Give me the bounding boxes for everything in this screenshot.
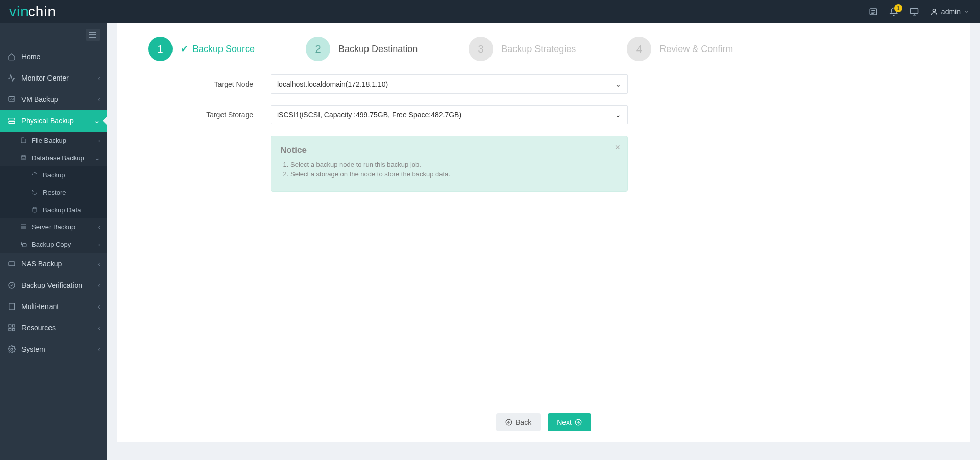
step-number: 2 (306, 37, 330, 61)
nav-label: Backup Verification (21, 281, 82, 289)
chevron-down-icon: ⌄ (94, 117, 100, 125)
nav-label: Home (21, 53, 40, 61)
select-value: iSCSI1(iSCSI, Capacity :499.75GB, Free S… (277, 111, 461, 119)
nav-label: File Backup (32, 137, 66, 144)
nav-database-subgroup: Backup Restore Backup Data (0, 166, 107, 218)
nav-label: System (21, 345, 45, 353)
svg-point-13 (33, 207, 37, 209)
nav-nas-backup[interactable]: NAS Backup ‹ (0, 253, 107, 274)
svg-rect-4 (910, 8, 918, 14)
chevron-left-icon: ‹ (97, 345, 100, 353)
notice-title: Notice (280, 145, 618, 156)
chevron-down-icon (964, 9, 970, 15)
sidebar-toggle[interactable] (86, 29, 100, 41)
nav-home[interactable]: Home (0, 46, 107, 67)
step-backup-source[interactable]: 1 ✔ Backup Source (148, 37, 255, 61)
chevron-left-icon: ‹ (98, 223, 100, 231)
server-icon (19, 224, 28, 230)
nav-db-backup[interactable]: Backup (0, 166, 107, 184)
monitor-center-icon (7, 74, 16, 82)
nav-server-backup[interactable]: Server Backup ‹ (0, 218, 107, 236)
logo[interactable]: vin chin (9, 4, 56, 20)
select-target-node[interactable]: localhost.localdomain(172.18.1.10) ⌄ (271, 74, 628, 94)
nav-system[interactable]: System ‹ (0, 339, 107, 360)
notice-item: Select a backup node to run this backup … (290, 161, 618, 168)
nav-monitor-center[interactable]: Monitor Center ‹ (0, 67, 107, 89)
gear-icon (7, 345, 16, 353)
check-icon (7, 281, 16, 289)
close-icon[interactable]: × (615, 142, 620, 153)
nav-file-backup[interactable]: File Backup ‹ (0, 132, 107, 149)
nav-label: NAS Backup (21, 260, 62, 268)
svg-rect-14 (21, 225, 26, 226)
back-button[interactable]: Back (496, 413, 541, 431)
nav-label: Database Backup (32, 154, 84, 162)
step-label: Backup Strategies (501, 44, 576, 55)
label-target-node: Target Node (148, 80, 271, 88)
step-number: 3 (469, 37, 493, 61)
svg-rect-23 (12, 325, 15, 327)
main-content: 1 ✔ Backup Source 2 Backup Destination 3… (107, 23, 980, 460)
svg-rect-11 (9, 121, 15, 123)
nav-db-restore[interactable]: Restore (0, 184, 107, 201)
nav-resources[interactable]: Resources ‹ (0, 317, 107, 339)
grid-icon (7, 324, 16, 332)
wizard-steps: 1 ✔ Backup Source 2 Backup Destination 3… (117, 23, 970, 74)
svg-rect-15 (21, 227, 26, 229)
nav-backup-copy[interactable]: Backup Copy ‹ (0, 236, 107, 253)
topbar: vin chin 1 admin (0, 0, 980, 23)
nav-vm-backup[interactable]: VM VM Backup ‹ (0, 89, 107, 110)
sidebar: Home Monitor Center ‹ VM VM Backup ‹ Phy… (0, 23, 107, 460)
nav-database-backup[interactable]: Database Backup ⌄ (0, 149, 107, 166)
nav-label: Backup (43, 171, 65, 179)
step-review-confirm[interactable]: 4 Review & Confirm (627, 37, 733, 61)
user-menu[interactable]: admin (930, 8, 970, 16)
select-target-storage[interactable]: iSCSI1(iSCSI, Capacity :499.75GB, Free S… (271, 105, 628, 124)
step-backup-strategies[interactable]: 3 Backup Strategies (469, 37, 576, 61)
svg-rect-19 (9, 303, 15, 310)
form-area: Target Node localhost.localdomain(172.18… (117, 74, 970, 192)
chevron-left-icon: ‹ (98, 241, 100, 248)
chevron-left-icon: ‹ (97, 260, 100, 268)
button-label: Next (557, 418, 572, 426)
select-value: localhost.localdomain(172.18.1.10) (277, 80, 388, 88)
svg-rect-10 (9, 118, 15, 120)
button-label: Back (516, 418, 531, 426)
svg-rect-22 (9, 325, 11, 327)
file-icon (19, 137, 28, 143)
next-button[interactable]: Next (548, 413, 591, 431)
notification-badge: 1 (894, 4, 902, 12)
chevron-left-icon: ‹ (97, 324, 100, 332)
step-label: Backup Source (192, 44, 255, 55)
list-icon[interactable] (869, 7, 878, 16)
building-icon (7, 302, 16, 311)
label-target-storage: Target Storage (148, 111, 271, 119)
nav-label: Resources (21, 324, 56, 332)
svg-rect-25 (12, 328, 15, 331)
chevron-left-icon: ‹ (97, 95, 100, 104)
monitor-icon[interactable] (910, 7, 919, 16)
nav-label: Restore (43, 189, 66, 196)
step-backup-destination[interactable]: 2 Backup Destination (306, 37, 418, 61)
nav-label: Multi-tenant (21, 302, 59, 311)
nav-physical-backup[interactable]: Physical Backup ⌄ (0, 110, 107, 132)
logo-part1: vin (9, 4, 29, 20)
chevron-left-icon: ‹ (97, 74, 100, 82)
nav-label: VM Backup (21, 95, 58, 104)
database-icon (19, 155, 28, 161)
chevron-down-icon: ⌄ (615, 111, 621, 119)
step-label: Backup Destination (338, 44, 418, 55)
step-label: Review & Confirm (659, 44, 733, 55)
nav-db-backup-data[interactable]: Backup Data (0, 201, 107, 218)
chevron-down-icon: ⌄ (615, 80, 621, 88)
notice-item: Select a storage on the node to store th… (290, 170, 618, 178)
nav-backup-verification[interactable]: Backup Verification ‹ (0, 274, 107, 296)
step-number: 4 (627, 37, 651, 61)
nav-multi-tenant[interactable]: Multi-tenant ‹ (0, 296, 107, 317)
database-icon (31, 207, 39, 213)
bell-icon[interactable]: 1 (889, 7, 898, 16)
svg-text:VM: VM (10, 98, 14, 101)
logo-part2: chin (28, 4, 56, 20)
arrow-right-icon (575, 419, 582, 426)
wizard-panel: 1 ✔ Backup Source 2 Backup Destination 3… (117, 23, 970, 442)
